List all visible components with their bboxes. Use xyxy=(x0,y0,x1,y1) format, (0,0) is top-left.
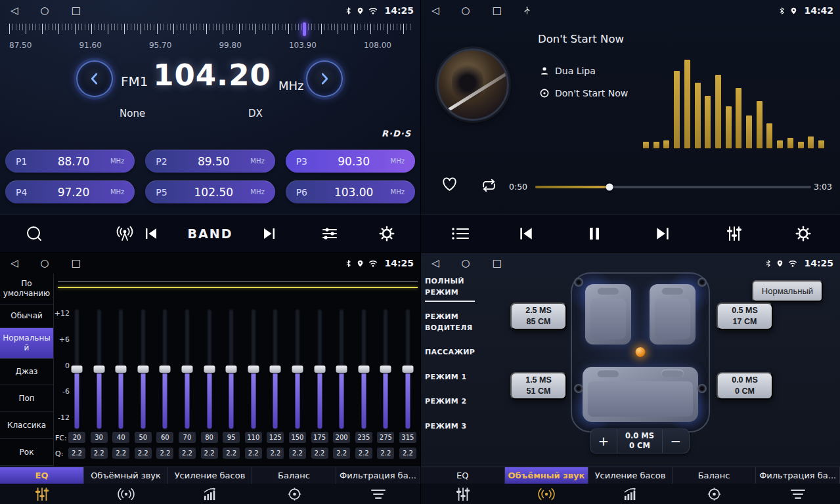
slider-handle[interactable] xyxy=(336,366,347,373)
nav-back-icon[interactable]: ◁ xyxy=(11,5,18,16)
eq-band-slider[interactable] xyxy=(289,309,306,430)
surround-tab-button[interactable] xyxy=(505,484,589,504)
eq-tab-button[interactable] xyxy=(421,484,505,504)
next-station-button[interactable] xyxy=(261,226,277,241)
eq-preset-pop[interactable]: Поп xyxy=(0,385,53,412)
slider-handle[interactable] xyxy=(160,366,171,373)
nav-home-icon[interactable]: ○ xyxy=(41,5,49,16)
fc-value[interactable]: 235 xyxy=(355,432,372,443)
equalizer-button[interactable] xyxy=(321,226,338,241)
fc-value[interactable]: 275 xyxy=(377,432,394,443)
eq-preset-normal[interactable]: Нормальный xyxy=(0,328,53,359)
eq-band-slider[interactable] xyxy=(156,309,173,430)
nav-home-icon[interactable]: ○ xyxy=(41,257,49,269)
eq-band-slider[interactable] xyxy=(311,309,328,430)
q-value[interactable]: 2.2 xyxy=(333,448,350,459)
q-value[interactable]: 2.2 xyxy=(399,448,416,459)
nav-back-icon[interactable]: ◁ xyxy=(431,257,439,269)
fc-value[interactable]: 110 xyxy=(245,432,262,443)
slider-handle[interactable] xyxy=(358,366,369,373)
eq-band-slider[interactable] xyxy=(355,309,372,430)
delay-front-left-button[interactable]: 2.5 MS 85 CM xyxy=(510,303,567,330)
q-value[interactable]: 2.2 xyxy=(223,448,240,459)
eq-band-slider[interactable] xyxy=(179,309,196,430)
tuning-indicator[interactable] xyxy=(303,22,306,36)
eq-preset-default[interactable]: По умолчанию xyxy=(0,274,53,304)
tune-up-button[interactable] xyxy=(306,60,343,97)
delay-rear-right-button[interactable]: 0.0 MS 0 CM xyxy=(717,372,773,400)
pause-button[interactable] xyxy=(588,226,601,241)
mode-2[interactable]: РЕЖИМ 2 xyxy=(425,396,484,411)
eq-band-slider[interactable] xyxy=(245,309,262,430)
preset-button-p2[interactable]: P2 89.50 MHz xyxy=(145,150,275,173)
tab-balance[interactable]: Баланс xyxy=(252,467,336,484)
fc-value[interactable]: 50 xyxy=(135,432,152,443)
tab-filter[interactable]: Фильтрация ба... xyxy=(336,467,420,484)
eq-preset-custom[interactable]: Обычай xyxy=(0,304,53,328)
slider-handle[interactable] xyxy=(380,366,391,373)
q-value[interactable]: 2.2 xyxy=(135,448,152,459)
tab-balance[interactable]: Баланс xyxy=(673,467,757,484)
slider-handle[interactable] xyxy=(137,366,148,373)
preset-button-p5[interactable]: P5 102.50 MHz xyxy=(145,180,275,203)
filter-tab-button[interactable] xyxy=(336,484,420,504)
repeat-button[interactable] xyxy=(480,178,498,193)
fc-value[interactable]: 95 xyxy=(223,432,240,443)
nav-home-icon[interactable]: ○ xyxy=(462,5,470,16)
nav-back-icon[interactable]: ◁ xyxy=(431,5,439,16)
fc-value[interactable]: 70 xyxy=(179,432,196,443)
eq-band-slider[interactable] xyxy=(201,309,218,430)
q-value[interactable]: 2.2 xyxy=(179,448,196,459)
tab-surround[interactable]: Объёмный звук xyxy=(84,467,168,484)
q-value[interactable]: 2.2 xyxy=(201,448,218,459)
q-value[interactable]: 2.2 xyxy=(267,448,284,459)
eq-preset-jazz[interactable]: Джаз xyxy=(0,359,53,385)
preset-button-p4[interactable]: P4 97.20 MHz xyxy=(5,180,135,203)
q-value[interactable]: 2.2 xyxy=(289,448,306,459)
q-value[interactable]: 2.2 xyxy=(91,448,108,459)
slider-handle[interactable] xyxy=(226,366,237,373)
preset-button-p6[interactable]: P6 103.00 MHz xyxy=(286,180,415,203)
band-button[interactable]: BAND xyxy=(188,226,233,241)
tune-down-button[interactable] xyxy=(76,60,113,97)
settings-button[interactable] xyxy=(379,226,395,242)
nav-recents-icon[interactable]: □ xyxy=(493,5,502,16)
nav-recents-icon[interactable]: □ xyxy=(72,257,81,269)
slider-handle[interactable] xyxy=(72,366,83,373)
delay-increase-button[interactable]: + xyxy=(590,429,617,453)
bass-boost-tab-button[interactable] xyxy=(588,484,673,504)
eq-preset-rock[interactable]: Рок xyxy=(0,439,53,466)
sound-preset-button[interactable]: Нормальный xyxy=(752,280,823,302)
slider-handle[interactable] xyxy=(204,366,215,373)
balance-tab-button[interactable] xyxy=(252,484,336,504)
tab-filter[interactable]: Фильтрация ба... xyxy=(756,467,840,484)
playlist-button[interactable] xyxy=(451,226,470,241)
mode-full[interactable]: ПОЛНЫЙ РЕЖИМ xyxy=(425,276,484,302)
q-value[interactable]: 2.2 xyxy=(377,448,394,459)
slider-handle[interactable] xyxy=(116,366,127,373)
eq-tab-button[interactable] xyxy=(0,484,84,504)
slider-handle[interactable] xyxy=(314,366,325,373)
preset-button-p1[interactable]: P1 88.70 MHz xyxy=(5,150,135,173)
eq-band-slider[interactable] xyxy=(377,309,394,430)
slider-handle[interactable] xyxy=(248,366,259,373)
fc-value[interactable]: 315 xyxy=(399,432,416,443)
tab-bass-boost[interactable]: Усиление басов xyxy=(168,467,252,484)
q-value[interactable]: 2.2 xyxy=(112,448,129,459)
delay-decrease-button[interactable]: − xyxy=(663,429,689,453)
mode-1[interactable]: РЕЖИМ 1 xyxy=(425,372,484,387)
fc-value[interactable]: 200 xyxy=(333,432,350,443)
q-value[interactable]: 2.2 xyxy=(245,448,262,459)
stations-button[interactable] xyxy=(116,225,134,242)
eq-band-slider[interactable] xyxy=(267,309,284,430)
progress-knob[interactable] xyxy=(606,184,613,191)
next-track-button[interactable] xyxy=(654,226,671,242)
eq-band-slider[interactable] xyxy=(399,309,416,430)
tab-surround[interactable]: Объёмный звук xyxy=(505,467,589,484)
seek-bar[interactable] xyxy=(535,186,811,188)
eq-band-slider[interactable] xyxy=(68,309,85,430)
fc-value[interactable]: 175 xyxy=(311,432,328,443)
scan-button[interactable] xyxy=(26,225,43,242)
tab-eq[interactable]: EQ xyxy=(0,467,84,484)
slider-handle[interactable] xyxy=(292,366,303,373)
